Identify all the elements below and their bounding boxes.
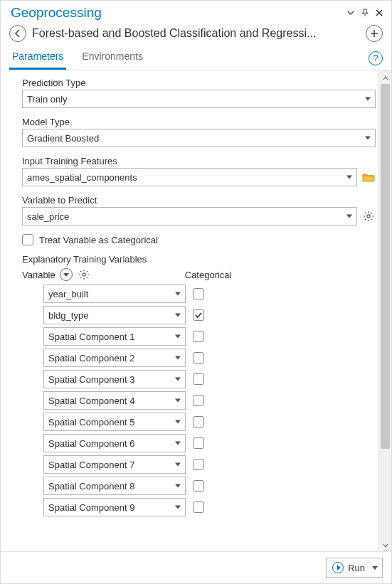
settings-button[interactable] [361, 209, 376, 223]
select-prediction-type[interactable]: Train only [22, 90, 376, 108]
header-variable: Variable [22, 270, 55, 280]
select-model-type[interactable]: Gradient Boosted [22, 129, 376, 147]
help-button[interactable]: ? [369, 51, 383, 65]
categorical-checkbox[interactable] [193, 437, 204, 449]
content-wrap: Prediction Type Train only Model Type Gr… [1, 70, 391, 551]
variable-select[interactable]: Spatial Component 6 [43, 434, 186, 452]
variable-value: year_built [48, 289, 88, 299]
tab-parameters[interactable]: Parameters [9, 46, 66, 70]
label-variable-to-predict: Variable to Predict [22, 195, 376, 206]
variable-select[interactable]: Spatial Component 3 [43, 370, 186, 388]
vertical-scrollbar[interactable] [378, 70, 391, 551]
scrollbar-thumb[interactable] [381, 84, 390, 449]
scroll-down-icon[interactable] [379, 540, 391, 551]
header-categorical: Categorical [185, 270, 232, 280]
categorical-checkbox[interactable] [193, 309, 204, 321]
gear-icon [363, 211, 374, 222]
variable-select[interactable]: Spatial Component 7 [43, 455, 186, 474]
variable-select[interactable]: Spatial Component 4 [43, 391, 186, 410]
chevron-down-icon [372, 566, 378, 570]
field-model-type: Model Type Gradient Boosted [22, 117, 376, 147]
variable-menu-button[interactable] [60, 268, 73, 281]
categorical-checkbox[interactable] [193, 331, 204, 342]
categorical-checkbox[interactable] [193, 416, 204, 428]
field-input-training: Input Training Features ames_spatial_com… [22, 156, 376, 186]
field-treat-categorical: Treat Variable as Categorical [22, 234, 376, 245]
categorical-checkbox[interactable] [193, 480, 204, 492]
explanatory-variable-row: Spatial Component 3 [43, 370, 376, 388]
chevron-down-icon [365, 137, 371, 140]
variable-settings-button[interactable] [77, 267, 91, 282]
chevron-down-icon [175, 356, 181, 360]
variable-value: Spatial Component 2 [48, 353, 134, 363]
variable-select[interactable]: year_built [43, 285, 186, 303]
gear-icon [78, 269, 90, 280]
chevron-down-icon [346, 215, 352, 218]
checkbox-treat-categorical[interactable] [22, 234, 33, 245]
chevron-down-icon [175, 292, 181, 296]
explanatory-variable-row: Spatial Component 2 [43, 349, 376, 367]
title-bar: Geoprocessing [1, 1, 391, 22]
tool-header: Forest-based and Boosted Classification … [1, 22, 391, 46]
label-model-type: Model Type [22, 117, 376, 127]
svg-point-1 [83, 273, 85, 276]
chevron-down-icon [175, 314, 181, 317]
back-button[interactable] [9, 25, 26, 42]
variable-select[interactable]: Spatial Component 1 [43, 327, 186, 346]
select-value: Train only [27, 94, 68, 105]
section-explanatory-label: Explanatory Training Variables [22, 254, 376, 265]
footer: Run [1, 551, 391, 583]
run-button[interactable]: Run [326, 558, 383, 578]
chevron-down-icon [175, 378, 181, 381]
panel-title: Geoprocessing [11, 5, 341, 21]
browse-button[interactable] [361, 170, 376, 184]
tool-name: Forest-based and Boosted Classification … [32, 27, 360, 40]
play-icon [332, 562, 344, 573]
variable-value: Spatial Component 8 [48, 481, 134, 492]
chevron-down-icon [175, 335, 181, 339]
variable-value: bldg_type [48, 310, 88, 321]
explanatory-variable-row: Spatial Component 1 [43, 327, 376, 346]
chevron-down-icon [365, 97, 371, 101]
explanatory-variable-row: bldg_type [43, 306, 376, 324]
categorical-checkbox[interactable] [193, 288, 204, 299]
explanatory-variable-row: Spatial Component 7 [43, 455, 376, 474]
categorical-checkbox[interactable] [193, 373, 204, 385]
add-tool-button[interactable] [366, 25, 383, 42]
combo-input-training[interactable]: ames_spatial_components [22, 168, 357, 186]
close-icon[interactable] [374, 8, 384, 18]
select-value: Gradient Boosted [27, 133, 99, 144]
explanatory-variable-table: year_builtbldg_typeSpatial Component 1Sp… [22, 285, 376, 516]
variable-select[interactable]: Spatial Component 5 [43, 413, 186, 431]
chevron-down-icon [175, 484, 181, 488]
folder-icon [362, 172, 375, 183]
chevron-down-icon [346, 176, 352, 179]
label-input-training: Input Training Features [22, 156, 376, 166]
chevron-down-icon [175, 420, 181, 424]
categorical-checkbox[interactable] [193, 459, 204, 470]
scroll-up-icon[interactable] [379, 73, 391, 84]
variable-select[interactable]: Spatial Component 9 [43, 498, 186, 516]
chevron-down-icon [175, 463, 181, 467]
svg-point-0 [367, 215, 370, 218]
arrow-left-icon [14, 29, 22, 38]
chevron-down-icon [175, 506, 181, 509]
label-treat-categorical: Treat Variable as Categorical [39, 235, 158, 245]
field-variable-to-predict: Variable to Predict sale_price [22, 195, 376, 225]
combo-variable-to-predict[interactable]: sale_price [22, 207, 357, 225]
chevron-down-icon [175, 399, 181, 403]
scrollbar-track[interactable] [379, 84, 391, 540]
variable-select[interactable]: bldg_type [43, 306, 186, 324]
categorical-checkbox[interactable] [193, 501, 204, 513]
categorical-checkbox[interactable] [193, 395, 204, 406]
tab-environments[interactable]: Environments [79, 46, 146, 70]
variable-select[interactable]: Spatial Component 8 [43, 477, 186, 495]
pin-icon[interactable] [360, 8, 370, 18]
explanatory-variable-row: year_built [43, 285, 376, 303]
variable-select[interactable]: Spatial Component 2 [43, 349, 186, 367]
caret-down-icon[interactable] [346, 8, 356, 18]
variable-value: Spatial Component 1 [48, 331, 134, 342]
parameters-form: Prediction Type Train only Model Type Gr… [1, 70, 378, 551]
variable-value: Spatial Component 7 [48, 460, 134, 470]
categorical-checkbox[interactable] [193, 352, 204, 363]
